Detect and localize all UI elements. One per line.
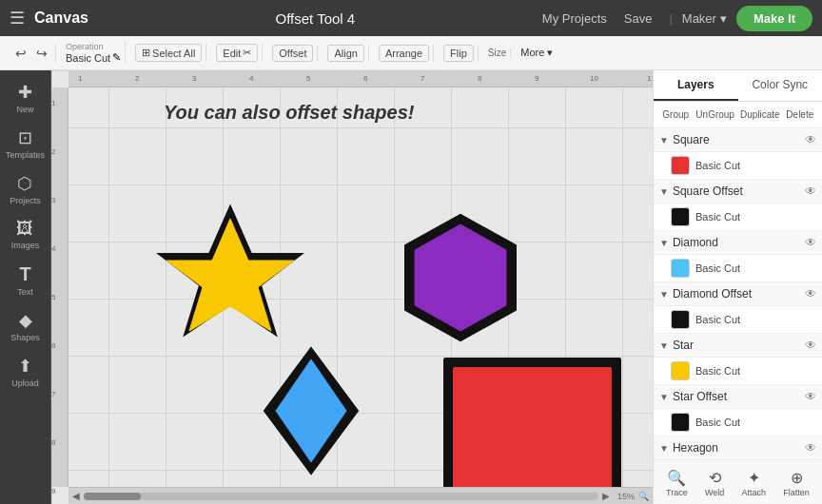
operation-value: Basic Cut: [66, 52, 110, 64]
layer-group-header-hexagon[interactable]: ▼ Hexagon 👁: [654, 436, 822, 460]
redo-button[interactable]: ↪: [32, 44, 51, 63]
layer-group-header-star-offset[interactable]: ▼ Star Offset 👁: [654, 385, 822, 409]
svg-rect-7: [453, 367, 612, 504]
layer-color-swatch[interactable]: [671, 413, 690, 432]
visibility-icon[interactable]: 👁: [805, 236, 816, 249]
layer-group-header-square-offset[interactable]: ▼ Square Offset 👁: [654, 180, 822, 204]
visibility-icon[interactable]: 👁: [805, 390, 816, 403]
sidebar-item-templates[interactable]: ⊡ Templates: [2, 122, 49, 165]
ruler-tick: 5: [306, 74, 310, 83]
layer-group-header-star[interactable]: ▼ Star 👁: [654, 334, 822, 358]
ruler-tick: 1: [78, 74, 82, 83]
hexagon-shape[interactable]: [392, 211, 530, 347]
ruler-tick: 2: [135, 74, 139, 83]
visibility-icon[interactable]: 👁: [805, 339, 816, 352]
layer-item[interactable]: Basic Cut: [654, 255, 822, 282]
operation-field: Operation Basic Cut ✎: [66, 42, 121, 64]
sidebar-item-text[interactable]: T Text: [13, 258, 37, 302]
rect-shape[interactable]: [440, 354, 625, 504]
svg-marker-5: [276, 359, 346, 462]
layers-toolbar: Group UnGroup Duplicate Delete: [654, 102, 822, 128]
operation-label: Operation: [66, 42, 104, 51]
trace-button[interactable]: 🔍 Trace: [662, 466, 692, 500]
diamond-shape[interactable]: [259, 344, 363, 480]
duplicate-button[interactable]: Duplicate: [738, 106, 782, 124]
tab-layers[interactable]: Layers: [654, 70, 738, 101]
layer-color-swatch[interactable]: [671, 259, 690, 278]
sidebar-item-images[interactable]: 🖼 Images: [8, 213, 44, 256]
ruler-tick-left: 9: [51, 487, 68, 495]
text-label: Text: [17, 287, 33, 297]
sidebar-item-shapes[interactable]: ◆ Shapes: [7, 304, 44, 348]
hamburger-icon[interactable]: ☰: [10, 8, 25, 29]
size-group: Size: [484, 48, 511, 58]
sidebar-item-projects[interactable]: ⬡ Projects: [6, 167, 45, 211]
ruler-tick: 11: [647, 74, 653, 83]
ruler-tick: 3: [192, 74, 196, 83]
scroll-left-button[interactable]: ◀: [72, 491, 80, 501]
undo-button[interactable]: ↩: [11, 44, 30, 63]
layer-item-name: Basic Cut: [695, 211, 816, 223]
layer-item-name: Basic Cut: [695, 262, 816, 274]
scroll-track[interactable]: [84, 493, 598, 500]
upload-icon: ⬆: [18, 356, 32, 377]
visibility-icon[interactable]: 👁: [805, 133, 816, 146]
layer-color-swatch[interactable]: [671, 310, 690, 329]
attach-button[interactable]: ✦ Attach: [738, 466, 771, 500]
ruler-tick: 6: [363, 74, 367, 83]
my-projects-button[interactable]: My Projects: [542, 11, 607, 26]
tab-color-sync[interactable]: Color Sync: [738, 70, 823, 101]
layer-color-swatch[interactable]: [671, 156, 690, 175]
layer-item[interactable]: Basic Cut: [654, 152, 822, 180]
sidebar-item-new[interactable]: ✚ New: [12, 76, 37, 120]
layer-group-header-diamond-offset[interactable]: ▼ Diamond Offset 👁: [654, 282, 822, 306]
star-shape[interactable]: [154, 202, 306, 347]
select-all-button[interactable]: ⊞ Select All: [135, 44, 202, 62]
visibility-icon[interactable]: 👁: [805, 184, 816, 198]
visibility-icon[interactable]: 👁: [805, 287, 816, 300]
templates-label: Templates: [6, 150, 45, 160]
weld-button[interactable]: ⟲ Weld: [701, 466, 728, 500]
layer-group-hexagon: ▼ Hexagon 👁 Blank Canvas: [654, 436, 822, 461]
flatten-button[interactable]: ⊕ Flatten: [779, 466, 813, 500]
edit-button[interactable]: Edit ✂: [216, 44, 258, 62]
align-button[interactable]: Align: [327, 45, 363, 62]
layer-item[interactable]: Basic Cut: [654, 204, 822, 231]
flatten-icon: ⊕: [791, 469, 803, 487]
canvas-area[interactable]: 1 2 3 4 5 6 7 8 9 10 11 1 2 3 4 5 6 7 8 …: [51, 70, 653, 504]
offset-button[interactable]: Offset: [272, 45, 313, 62]
scroll-right-button[interactable]: ▶: [602, 491, 610, 501]
more-button[interactable]: More ▾: [520, 47, 553, 59]
layer-color-swatch[interactable]: [671, 207, 690, 226]
layer-color-swatch[interactable]: [671, 361, 690, 380]
maker-button[interactable]: Maker ▾: [682, 11, 727, 26]
layer-group-star: ▼ Star 👁 Basic Cut: [654, 334, 822, 385]
arrange-button[interactable]: Arrange: [379, 45, 429, 62]
save-button[interactable]: Save: [616, 11, 660, 26]
operation-select[interactable]: Basic Cut ✎: [66, 51, 121, 64]
layer-item-name: Basic Cut: [695, 417, 816, 428]
sidebar-item-upload[interactable]: ⬆ Upload: [8, 350, 43, 394]
layer-item[interactable]: Basic Cut: [654, 358, 822, 385]
flip-button[interactable]: Flip: [443, 45, 474, 62]
operation-edit-icon[interactable]: ✎: [112, 51, 121, 64]
make-it-button[interactable]: Make It: [736, 6, 812, 31]
group-button[interactable]: Group: [659, 106, 692, 124]
collapse-arrow-icon: ▼: [659, 392, 669, 402]
ruler-tick-left: 2: [51, 147, 68, 156]
ungroup-button[interactable]: UnGroup: [694, 106, 736, 124]
nav-divider: |: [669, 11, 672, 26]
bottom-right-actions: 🔍 Trace ⟲ Weld ✦ Attach ⊕ Flatten: [654, 461, 822, 504]
select-all-icon: ⊞: [142, 47, 150, 59]
layer-item-name: Basic Cut: [695, 160, 816, 171]
layer-group-header-diamond[interactable]: ▼ Diamond 👁: [654, 231, 822, 255]
ruler-tick-left: 5: [51, 293, 68, 301]
undo-redo-group: ↩ ↪: [8, 44, 56, 63]
layer-item[interactable]: Basic Cut: [654, 306, 822, 334]
projects-label: Projects: [10, 196, 41, 205]
visibility-icon[interactable]: 👁: [805, 441, 816, 455]
layer-item[interactable]: Basic Cut: [654, 409, 822, 436]
layer-group-header-square[interactable]: ▼ Square 👁: [654, 128, 822, 152]
attach-icon: ✦: [748, 469, 760, 487]
delete-button[interactable]: Delete: [784, 106, 816, 124]
